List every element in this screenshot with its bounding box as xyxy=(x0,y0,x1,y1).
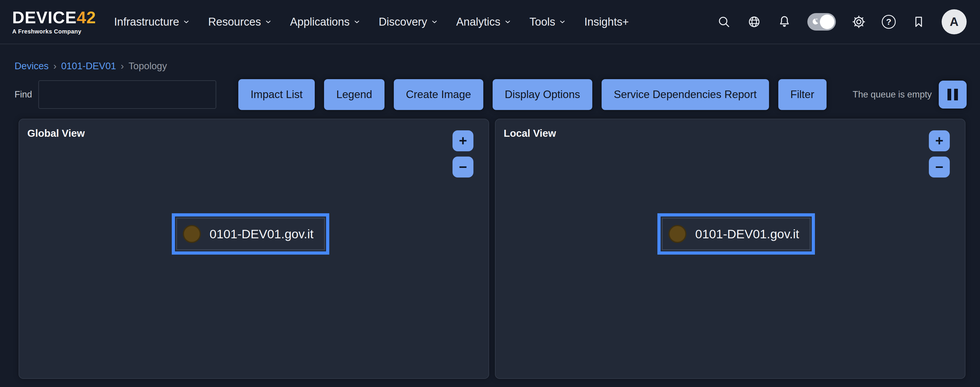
panel-title: Local View xyxy=(504,128,556,139)
moon-icon xyxy=(810,17,819,27)
bookmark-icon[interactable] xyxy=(912,14,926,29)
globe-icon[interactable] xyxy=(747,14,762,29)
breadcrumb-separator: › xyxy=(53,61,56,72)
dark-mode-toggle[interactable] xyxy=(807,13,836,30)
nav-item-label: Applications xyxy=(290,16,350,28)
breadcrumb-current-page: Topology xyxy=(129,61,167,72)
chevron-down-icon xyxy=(264,16,272,28)
nav-item-discovery[interactable]: Discovery xyxy=(379,16,438,28)
main-nav: Infrastructure Resources Applications Di… xyxy=(114,16,628,28)
brand-logo[interactable]: DEVICE42 A Freshworks Company xyxy=(12,9,96,35)
global-view-zoom-controls: + − xyxy=(452,130,473,178)
find-label: Find xyxy=(14,90,32,100)
avatar-letter: A xyxy=(950,15,958,29)
pause-icon xyxy=(947,89,958,101)
help-icon[interactable]: ? xyxy=(882,15,896,29)
top-navbar: DEVICE42 A Freshworks Company Infrastruc… xyxy=(0,0,980,44)
search-icon[interactable] xyxy=(717,14,731,29)
panel-title: Global View xyxy=(27,128,85,139)
nav-item-resources[interactable]: Resources xyxy=(208,16,272,28)
chevron-down-icon xyxy=(353,16,361,28)
device-status-dot xyxy=(668,225,686,243)
nav-item-applications[interactable]: Applications xyxy=(290,16,361,28)
nav-item-label: Analytics xyxy=(456,16,501,28)
nav-item-insights[interactable]: Insights+ xyxy=(584,16,628,28)
display-options-button[interactable]: Display Options xyxy=(493,79,592,110)
nav-item-label: Resources xyxy=(208,16,261,28)
impact-list-button[interactable]: Impact List xyxy=(238,79,315,110)
help-glyph: ? xyxy=(886,17,891,27)
notifications-bell-icon[interactable] xyxy=(777,14,792,29)
nav-item-infrastructure[interactable]: Infrastructure xyxy=(114,16,190,28)
user-avatar[interactable]: A xyxy=(942,9,967,34)
brand-tagline: A Freshworks Company xyxy=(12,28,81,35)
topology-toolbar: Find Impact List Legend Create Image Dis… xyxy=(14,79,967,110)
global-view-panel[interactable]: Global View + − 0101-DEV01.gov.it xyxy=(19,119,489,379)
device-node-label: 0101-DEV01.gov.it xyxy=(695,227,799,241)
settings-gear-icon[interactable] xyxy=(851,14,866,29)
local-view-zoom-controls: + − xyxy=(929,130,950,178)
toggle-knob xyxy=(820,14,834,29)
nav-item-label: Tools xyxy=(530,16,555,28)
brand-name-accent: 42 xyxy=(77,8,96,27)
nav-item-label: Insights+ xyxy=(584,16,628,28)
zoom-out-button[interactable]: − xyxy=(929,157,950,178)
queue-status-area: The queue is empty xyxy=(853,81,967,109)
chevron-down-icon xyxy=(183,16,190,28)
zoom-in-button[interactable]: + xyxy=(452,130,473,151)
nav-item-tools[interactable]: Tools xyxy=(530,16,566,28)
zoom-in-button[interactable]: + xyxy=(929,130,950,151)
breadcrumb-devices-link[interactable]: Devices xyxy=(14,61,49,72)
breadcrumb-device-link[interactable]: 0101-DEV01 xyxy=(61,61,116,72)
toolbar-buttons: Impact List Legend Create Image Display … xyxy=(238,79,826,110)
queue-status-text: The queue is empty xyxy=(853,90,932,100)
find-input[interactable] xyxy=(38,80,216,109)
chevron-down-icon xyxy=(431,16,438,28)
create-image-button[interactable]: Create Image xyxy=(394,79,483,110)
device-node[interactable]: 0101-DEV01.gov.it xyxy=(176,217,325,250)
zoom-out-button[interactable]: − xyxy=(452,157,473,178)
device-node[interactable]: 0101-DEV01.gov.it xyxy=(662,217,811,250)
topology-panels: Global View + − 0101-DEV01.gov.it Local … xyxy=(19,119,966,379)
device-status-dot xyxy=(183,225,201,243)
chevron-down-icon xyxy=(558,16,566,28)
local-view-panel[interactable]: Local View + − 0101-DEV01.gov.it xyxy=(495,119,966,379)
brand-name: DEVICE42 xyxy=(12,9,96,26)
nav-item-label: Discovery xyxy=(379,16,427,28)
nav-item-label: Infrastructure xyxy=(114,16,179,28)
navbar-actions: ? A xyxy=(717,9,967,34)
breadcrumb: Devices › 0101-DEV01 › Topology xyxy=(14,61,980,72)
filter-button[interactable]: Filter xyxy=(778,79,827,110)
queue-pause-button[interactable] xyxy=(939,81,967,109)
chevron-down-icon xyxy=(504,16,512,28)
breadcrumb-separator: › xyxy=(121,61,124,72)
device-node-label: 0101-DEV01.gov.it xyxy=(210,227,313,241)
legend-button[interactable]: Legend xyxy=(324,79,384,110)
nav-item-analytics[interactable]: Analytics xyxy=(456,16,512,28)
service-dependencies-report-button[interactable]: Service Dependencies Report xyxy=(601,79,769,110)
